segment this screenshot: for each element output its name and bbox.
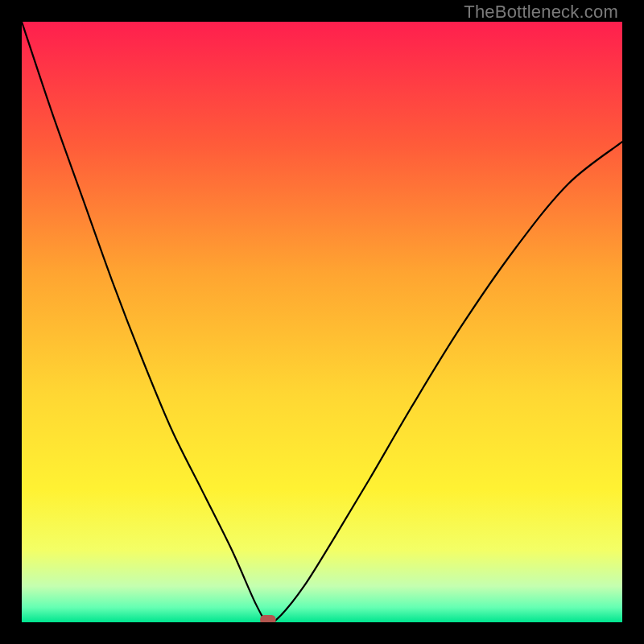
background-gradient bbox=[22, 22, 622, 622]
svg-rect-0 bbox=[22, 22, 622, 622]
plot-area bbox=[22, 22, 622, 622]
chart-frame: TheBottleneck.com bbox=[0, 0, 644, 644]
watermark-text: TheBottleneck.com bbox=[464, 2, 618, 23]
